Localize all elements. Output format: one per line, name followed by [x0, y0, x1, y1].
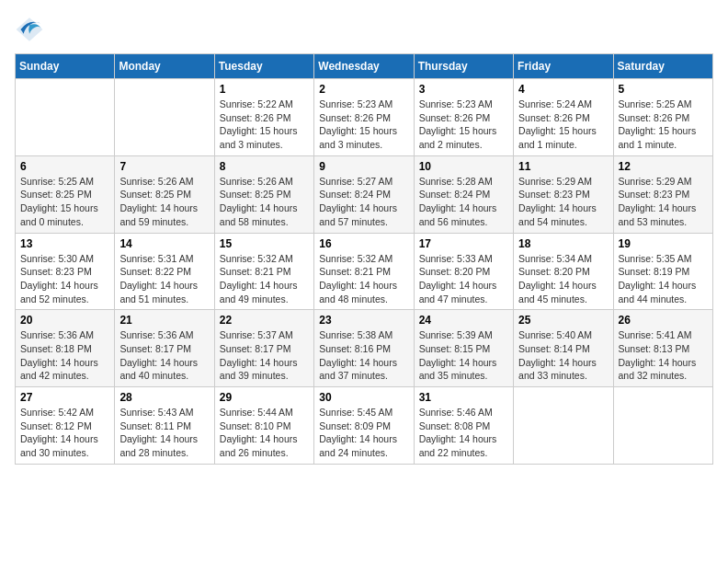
day-number: 19	[619, 237, 708, 250]
day-number: 25	[518, 314, 608, 327]
day-number: 13	[20, 237, 109, 250]
calendar-cell: 10 Sunrise: 5:28 AMSunset: 8:24 PMDaylig…	[414, 155, 513, 233]
calendar-cell: 16 Sunrise: 5:32 AMSunset: 8:21 PMDaylig…	[314, 233, 414, 310]
cell-content: Sunrise: 5:31 AMSunset: 8:22 PMDaylight:…	[119, 253, 198, 304]
day-number: 2	[319, 83, 408, 96]
day-number: 23	[319, 314, 408, 327]
cell-content: Sunrise: 5:23 AMSunset: 8:26 PMDaylight:…	[419, 98, 497, 150]
calendar-cell: 31 Sunrise: 5:46 AMSunset: 8:08 PMDaylig…	[414, 387, 513, 465]
cell-content: Sunrise: 5:41 AMSunset: 8:13 PMDaylight:…	[619, 329, 697, 381]
calendar-week-row: 1 Sunrise: 5:22 AMSunset: 8:26 PMDayligh…	[16, 79, 713, 156]
day-number: 14	[119, 237, 209, 250]
calendar-cell: 26 Sunrise: 5:41 AMSunset: 8:13 PMDaylig…	[613, 310, 712, 387]
calendar-cell: 5 Sunrise: 5:25 AMSunset: 8:26 PMDayligh…	[613, 79, 712, 156]
cell-content: Sunrise: 5:44 AMSunset: 8:10 PMDaylight:…	[220, 407, 298, 458]
cell-content: Sunrise: 5:25 AMSunset: 8:25 PMDaylight:…	[20, 176, 98, 227]
cell-content: Sunrise: 5:27 AMSunset: 8:24 PMDaylight:…	[319, 176, 397, 227]
calendar-cell	[613, 387, 712, 465]
cell-content: Sunrise: 5:23 AMSunset: 8:26 PMDaylight:…	[319, 98, 397, 150]
cell-content: Sunrise: 5:45 AMSunset: 8:09 PMDaylight:…	[319, 407, 397, 458]
calendar-cell: 1 Sunrise: 5:22 AMSunset: 8:26 PMDayligh…	[214, 79, 313, 156]
calendar-cell: 19 Sunrise: 5:35 AMSunset: 8:19 PMDaylig…	[613, 233, 712, 310]
cell-content: Sunrise: 5:39 AMSunset: 8:15 PMDaylight:…	[419, 329, 497, 381]
day-number: 22	[220, 314, 309, 327]
calendar-cell: 12 Sunrise: 5:29 AMSunset: 8:23 PMDaylig…	[613, 155, 712, 233]
page-header	[15, 15, 713, 44]
calendar-cell: 29 Sunrise: 5:44 AMSunset: 8:10 PMDaylig…	[214, 387, 313, 465]
day-number: 20	[20, 314, 109, 327]
weekday-header-thursday: Thursday	[414, 54, 513, 79]
calendar-cell: 6 Sunrise: 5:25 AMSunset: 8:25 PMDayligh…	[16, 155, 115, 233]
weekday-header-friday: Friday	[514, 54, 613, 79]
day-number: 21	[119, 314, 209, 327]
day-number: 30	[319, 391, 408, 404]
cell-content: Sunrise: 5:36 AMSunset: 8:17 PMDaylight:…	[119, 329, 198, 381]
cell-content: Sunrise: 5:38 AMSunset: 8:16 PMDaylight:…	[319, 329, 397, 381]
calendar-week-row: 13 Sunrise: 5:30 AMSunset: 8:23 PMDaylig…	[16, 233, 713, 310]
logo-icon	[15, 15, 44, 44]
cell-content: Sunrise: 5:32 AMSunset: 8:21 PMDaylight:…	[220, 253, 298, 304]
page-wrapper: SundayMondayTuesdayWednesdayThursdayFrid…	[15, 15, 713, 465]
calendar-cell: 13 Sunrise: 5:30 AMSunset: 8:23 PMDaylig…	[16, 233, 115, 310]
calendar-cell	[514, 387, 613, 465]
day-number: 5	[619, 83, 708, 96]
cell-content: Sunrise: 5:35 AMSunset: 8:19 PMDaylight:…	[619, 253, 697, 304]
calendar-cell	[115, 79, 214, 156]
logo	[15, 15, 48, 44]
day-number: 3	[419, 83, 508, 96]
cell-content: Sunrise: 5:42 AMSunset: 8:12 PMDaylight:…	[20, 407, 98, 458]
day-number: 18	[518, 237, 608, 250]
day-number: 10	[419, 160, 508, 173]
day-number: 29	[220, 391, 309, 404]
weekday-header-saturday: Saturday	[613, 54, 712, 79]
calendar-week-row: 6 Sunrise: 5:25 AMSunset: 8:25 PMDayligh…	[16, 155, 713, 233]
weekday-header-row: SundayMondayTuesdayWednesdayThursdayFrid…	[16, 54, 713, 79]
weekday-header-monday: Monday	[115, 54, 214, 79]
day-number: 31	[419, 391, 508, 404]
calendar-cell: 9 Sunrise: 5:27 AMSunset: 8:24 PMDayligh…	[314, 155, 414, 233]
day-number: 15	[220, 237, 309, 250]
day-number: 26	[619, 314, 708, 327]
calendar-week-row: 20 Sunrise: 5:36 AMSunset: 8:18 PMDaylig…	[16, 310, 713, 387]
cell-content: Sunrise: 5:26 AMSunset: 8:25 PMDaylight:…	[119, 176, 198, 227]
calendar-cell: 22 Sunrise: 5:37 AMSunset: 8:17 PMDaylig…	[214, 310, 313, 387]
day-number: 17	[419, 237, 508, 250]
calendar-cell: 2 Sunrise: 5:23 AMSunset: 8:26 PMDayligh…	[314, 79, 414, 156]
calendar-cell: 30 Sunrise: 5:45 AMSunset: 8:09 PMDaylig…	[314, 387, 414, 465]
calendar-cell: 8 Sunrise: 5:26 AMSunset: 8:25 PMDayligh…	[214, 155, 313, 233]
cell-content: Sunrise: 5:26 AMSunset: 8:25 PMDaylight:…	[220, 176, 298, 227]
day-number: 12	[619, 160, 708, 173]
calendar-cell: 28 Sunrise: 5:43 AMSunset: 8:11 PMDaylig…	[115, 387, 214, 465]
cell-content: Sunrise: 5:29 AMSunset: 8:23 PMDaylight:…	[518, 176, 597, 227]
calendar-cell: 7 Sunrise: 5:26 AMSunset: 8:25 PMDayligh…	[115, 155, 214, 233]
weekday-header-tuesday: Tuesday	[214, 54, 313, 79]
calendar-cell: 23 Sunrise: 5:38 AMSunset: 8:16 PMDaylig…	[314, 310, 414, 387]
cell-content: Sunrise: 5:46 AMSunset: 8:08 PMDaylight:…	[419, 407, 497, 458]
day-number: 8	[220, 160, 309, 173]
day-number: 11	[518, 160, 608, 173]
day-number: 24	[419, 314, 508, 327]
cell-content: Sunrise: 5:43 AMSunset: 8:11 PMDaylight:…	[119, 407, 198, 458]
weekday-header-wednesday: Wednesday	[314, 54, 414, 79]
cell-content: Sunrise: 5:34 AMSunset: 8:20 PMDaylight:…	[518, 253, 597, 304]
day-number: 28	[119, 391, 209, 404]
cell-content: Sunrise: 5:37 AMSunset: 8:17 PMDaylight:…	[220, 329, 298, 381]
day-number: 6	[20, 160, 109, 173]
calendar-cell: 3 Sunrise: 5:23 AMSunset: 8:26 PMDayligh…	[414, 79, 513, 156]
calendar-cell: 14 Sunrise: 5:31 AMSunset: 8:22 PMDaylig…	[115, 233, 214, 310]
calendar-table: SundayMondayTuesdayWednesdayThursdayFrid…	[15, 53, 713, 465]
cell-content: Sunrise: 5:32 AMSunset: 8:21 PMDaylight:…	[319, 253, 397, 304]
day-number: 9	[319, 160, 408, 173]
day-number: 1	[220, 83, 309, 96]
cell-content: Sunrise: 5:40 AMSunset: 8:14 PMDaylight:…	[518, 329, 597, 381]
calendar-week-row: 27 Sunrise: 5:42 AMSunset: 8:12 PMDaylig…	[16, 387, 713, 465]
calendar-cell: 15 Sunrise: 5:32 AMSunset: 8:21 PMDaylig…	[214, 233, 313, 310]
calendar-cell: 21 Sunrise: 5:36 AMSunset: 8:17 PMDaylig…	[115, 310, 214, 387]
weekday-header-sunday: Sunday	[16, 54, 115, 79]
cell-content: Sunrise: 5:29 AMSunset: 8:23 PMDaylight:…	[619, 176, 697, 227]
calendar-cell: 25 Sunrise: 5:40 AMSunset: 8:14 PMDaylig…	[514, 310, 613, 387]
calendar-cell	[16, 79, 115, 156]
calendar-cell: 4 Sunrise: 5:24 AMSunset: 8:26 PMDayligh…	[514, 79, 613, 156]
calendar-cell: 20 Sunrise: 5:36 AMSunset: 8:18 PMDaylig…	[16, 310, 115, 387]
calendar-cell: 27 Sunrise: 5:42 AMSunset: 8:12 PMDaylig…	[16, 387, 115, 465]
